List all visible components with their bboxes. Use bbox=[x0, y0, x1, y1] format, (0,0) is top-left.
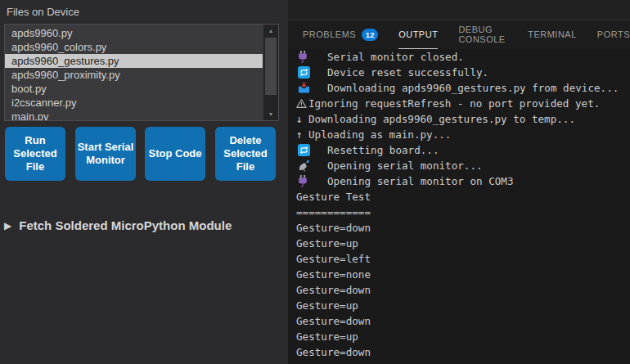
tab-terminal-label: TERMINAL bbox=[528, 29, 577, 39]
run-selected-file-button[interactable]: Run Selected File bbox=[5, 127, 65, 181]
log-line: ============ bbox=[296, 204, 630, 220]
fetch-module-section-header[interactable]: ▶ Fetch Soldered MicroPython Module bbox=[4, 218, 232, 232]
start-serial-monitor-button[interactable]: Start Serial Monitor bbox=[75, 127, 136, 181]
log-text: Gesture=none bbox=[296, 268, 371, 281]
log-text: Opening serial monitor on COM3 bbox=[327, 175, 513, 187]
log-text: Gesture Test bbox=[296, 191, 371, 203]
log-text: Gesture=down bbox=[296, 222, 371, 234]
log-text: Gesture=down bbox=[296, 346, 371, 358]
tab-problems[interactable]: PROBLEMS 12 bbox=[303, 20, 378, 49]
log-text: Uploading as main.py... bbox=[308, 128, 451, 141]
log-text: Gesture=left bbox=[296, 253, 371, 265]
log-line: Gesture=down bbox=[296, 344, 630, 360]
file-item[interactable]: apds9960_colors.py bbox=[5, 40, 263, 54]
log-text: Device reset successfully. bbox=[327, 66, 488, 79]
log-text: Gesture=up bbox=[296, 299, 358, 312]
log-text: Gesture=down bbox=[296, 315, 371, 327]
log-line: Downloading apds9960_gestures.py from de… bbox=[296, 80, 630, 96]
file-item[interactable]: boot.py bbox=[5, 82, 263, 96]
fetch-module-label: Fetch Soldered MicroPython Module bbox=[19, 218, 232, 232]
tab-debug-console-label: DEBUG CONSOLE bbox=[458, 25, 507, 44]
log-line: Serial monitor closed. bbox=[296, 49, 630, 65]
panel-tab-bar: PROBLEMS 12 OUTPUT DEBUG CONSOLE TERMINA… bbox=[288, 20, 630, 49]
output-log: Serial monitor closed. Device reset succ… bbox=[288, 49, 630, 360]
scrollbar-thumb[interactable] bbox=[265, 38, 277, 95]
log-text: Resetting board... bbox=[327, 144, 439, 156]
log-text: Downloading apds9960_gestures.py to temp… bbox=[308, 113, 575, 125]
warning-icon bbox=[296, 98, 308, 109]
log-line: Gesture=down bbox=[296, 282, 630, 298]
file-item[interactable]: i2cscanner.py bbox=[5, 96, 263, 110]
log-line: Opening serial monitor... bbox=[296, 158, 630, 173]
log-line: Gesture=up bbox=[296, 329, 630, 344]
file-item[interactable]: apds9960_proximity.py bbox=[5, 68, 263, 82]
log-line: Gesture=up bbox=[296, 298, 630, 313]
log-text: Downloading apds9960_gestures.py from de… bbox=[327, 82, 619, 94]
log-line: Ignoring requestRefresh - no port provid… bbox=[296, 96, 630, 111]
log-line: Gesture=down bbox=[296, 220, 630, 236]
app-window: Files on Device apds9960.py apds9960_col… bbox=[0, 0, 630, 364]
log-line: ↓ Downloading apds9960_gestures.py to te… bbox=[296, 111, 630, 127]
device-file-list[interactable]: apds9960.py apds9960_colors.py apds9960_… bbox=[4, 24, 279, 121]
bottom-panel: PROBLEMS 12 OUTPUT DEBUG CONSOLE TERMINA… bbox=[288, 0, 630, 364]
reset-icon bbox=[296, 144, 327, 156]
tab-ports-label: PORTS bbox=[597, 29, 630, 39]
file-item-selected[interactable]: apds9960_gestures.py bbox=[5, 54, 263, 68]
collapsed-triangle-icon: ▶ bbox=[4, 220, 11, 231]
tab-terminal[interactable]: TERMINAL bbox=[528, 20, 577, 49]
log-line: Gesture=none bbox=[296, 267, 630, 282]
files-on-device-label: Files on Device bbox=[7, 6, 79, 18]
log-line: Gesture Test bbox=[296, 189, 630, 204]
tab-problems-label: PROBLEMS bbox=[303, 29, 356, 39]
tab-output[interactable]: OUTPUT bbox=[398, 20, 438, 49]
device-action-buttons: Run Selected File Start Serial Monitor S… bbox=[0, 127, 288, 181]
file-item[interactable]: main.py bbox=[5, 110, 263, 121]
log-line: Resetting board... bbox=[296, 142, 630, 158]
plug-icon bbox=[296, 174, 327, 188]
reset-icon bbox=[296, 66, 327, 79]
inbox-icon bbox=[296, 82, 327, 94]
log-line: Gesture=left bbox=[296, 251, 630, 267]
log-text: Serial monitor closed. bbox=[327, 51, 464, 63]
log-text: ============ bbox=[296, 206, 371, 218]
file-list-scrollbar[interactable]: ▲ ▼ bbox=[263, 25, 278, 120]
down-arrow-icon: ↓ bbox=[296, 111, 308, 127]
log-line: ↑ Uploading as main.py... bbox=[296, 127, 630, 142]
log-line: Device reset successfully. bbox=[296, 65, 630, 80]
tab-output-label: OUTPUT bbox=[398, 29, 438, 39]
log-text: Gesture=up bbox=[296, 330, 358, 343]
log-text: Opening serial monitor... bbox=[327, 160, 483, 172]
log-line: Opening serial monitor on COM3 bbox=[296, 173, 630, 189]
stop-code-button[interactable]: Stop Code bbox=[145, 127, 205, 181]
editor-area-strip bbox=[288, 0, 630, 20]
delete-selected-file-button[interactable]: Delete Selected File bbox=[215, 127, 276, 181]
problems-count-badge: 12 bbox=[362, 29, 378, 41]
file-rows: apds9960.py apds9960_colors.py apds9960_… bbox=[5, 26, 263, 121]
log-text: Ignoring requestRefresh - no port provid… bbox=[308, 97, 600, 110]
log-text: Gesture=down bbox=[296, 284, 371, 296]
plug-icon bbox=[296, 50, 327, 64]
log-line: Gesture=down bbox=[296, 313, 630, 329]
tab-ports[interactable]: PORTS bbox=[597, 20, 630, 49]
scroll-down-icon[interactable]: ▼ bbox=[263, 108, 278, 120]
log-text: Gesture=up bbox=[296, 237, 358, 249]
file-item[interactable]: apds9960.py bbox=[5, 26, 263, 40]
device-files-sidebar: Files on Device apds9960.py apds9960_col… bbox=[0, 0, 288, 364]
scroll-up-icon[interactable]: ▲ bbox=[263, 25, 278, 37]
satellite-icon bbox=[296, 160, 327, 172]
tab-debug-console[interactable]: DEBUG CONSOLE bbox=[458, 20, 507, 49]
log-line: Gesture=up bbox=[296, 236, 630, 251]
up-arrow-icon: ↑ bbox=[296, 127, 308, 142]
